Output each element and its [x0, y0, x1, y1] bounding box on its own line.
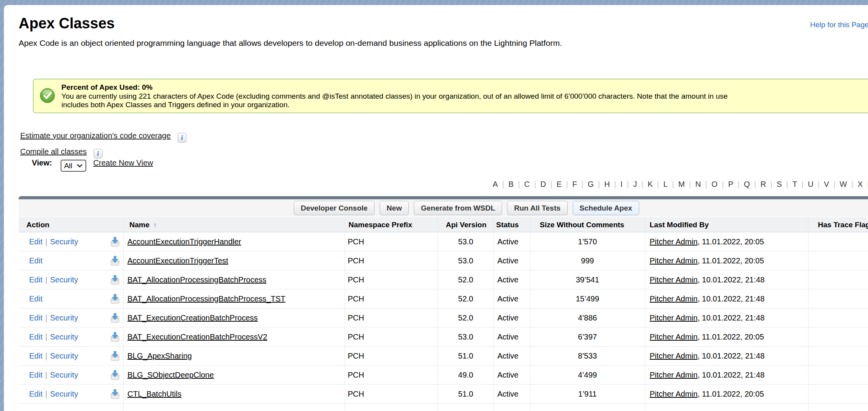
class-name-link[interactable]: CTL_BatchUtils: [127, 385, 181, 404]
modified-by-link[interactable]: Pitcher Admin: [650, 333, 697, 341]
row-actions: Edit: [29, 289, 42, 308]
header-api-version[interactable]: Api Version: [423, 217, 486, 232]
namespace-cell: PCH: [348, 308, 364, 327]
modified-by-link[interactable]: Pitcher Admin: [650, 390, 697, 398]
row-actions: Edit|Security: [29, 308, 78, 327]
download-icon[interactable]: [110, 275, 120, 285]
modified-by-link[interactable]: Pitcher Admin: [650, 237, 697, 246]
header-action[interactable]: Action: [26, 217, 49, 232]
alpha-link[interactable]: A: [490, 180, 500, 189]
modified-by-link[interactable]: Pitcher Admin: [650, 275, 697, 284]
header-last-modified-by[interactable]: Last Modified By: [650, 217, 709, 232]
edit-link[interactable]: Edit: [29, 313, 42, 322]
edit-link[interactable]: Edit: [29, 390, 42, 398]
alpha-link[interactable]: W: [837, 180, 849, 189]
alpha-link[interactable]: S: [774, 180, 784, 189]
edit-link[interactable]: Edit: [29, 294, 42, 303]
namespace-cell: PCH: [348, 327, 364, 347]
alpha-link[interactable]: K: [645, 180, 655, 189]
edit-link[interactable]: Edit: [29, 371, 42, 379]
security-link[interactable]: Security: [50, 371, 78, 379]
alpha-link[interactable]: T: [790, 180, 799, 189]
download-icon[interactable]: [110, 332, 120, 342]
download-icon[interactable]: [110, 237, 120, 247]
download-icon[interactable]: [110, 370, 120, 380]
modified-cell: Pitcher Admin, 11.01.2022, 20:05: [650, 385, 764, 404]
class-name-link[interactable]: AccountExecutionTriggerTest: [127, 251, 228, 270]
alpha-link[interactable]: Q: [741, 180, 752, 189]
info-icon[interactable]: i: [94, 149, 103, 158]
class-name-link[interactable]: BAT_AllocationProcessingBatchProcess: [127, 270, 267, 289]
run-all-tests-button[interactable]: Run All Tests: [507, 201, 567, 215]
header-namespace-prefix[interactable]: Namespace Prefix: [349, 217, 412, 232]
new-button[interactable]: New: [380, 201, 409, 215]
alpha-link[interactable]: H: [602, 180, 612, 189]
alpha-link[interactable]: M: [676, 180, 687, 189]
security-link[interactable]: Security: [50, 333, 78, 341]
download-icon[interactable]: [110, 294, 120, 304]
alpha-link[interactable]: D: [538, 180, 548, 189]
edit-link[interactable]: Edit: [29, 256, 42, 265]
alpha-link[interactable]: R: [758, 180, 768, 189]
download-icon[interactable]: [110, 351, 120, 361]
modified-by-link[interactable]: Pitcher Admin: [650, 313, 697, 322]
download-icon[interactable]: [110, 389, 120, 399]
alpha-link[interactable]: B: [506, 180, 516, 189]
class-name-link[interactable]: BAT_AllocationProcessingBatchProcess_TST: [127, 289, 285, 308]
security-link[interactable]: Security: [50, 275, 78, 284]
info-icon[interactable]: i: [178, 133, 186, 143]
modified-by-link[interactable]: Pitcher Admin: [650, 294, 697, 303]
alpha-link[interactable]: L: [661, 180, 670, 189]
edit-link[interactable]: Edit: [29, 275, 42, 284]
modified-by-link[interactable]: Pitcher Admin: [650, 256, 697, 265]
download-icon[interactable]: [110, 256, 120, 266]
edit-link[interactable]: Edit: [29, 237, 42, 246]
alpha-link[interactable]: F: [570, 180, 579, 189]
alpha-link[interactable]: O: [709, 180, 720, 189]
edit-link[interactable]: Edit: [29, 352, 42, 360]
modified-by-link[interactable]: Pitcher Admin: [650, 352, 697, 360]
header-status[interactable]: Status: [496, 217, 519, 232]
green-check-icon: [40, 88, 55, 103]
alpha-link[interactable]: N: [693, 180, 703, 189]
alpha-link[interactable]: V: [822, 180, 831, 189]
help-link[interactable]: Help for this Page: [810, 21, 868, 29]
alpha-link[interactable]: I: [618, 180, 625, 189]
compile-classes-link[interactable]: Compile all classes: [20, 147, 87, 156]
modified-cell: Pitcher Admin, 10.01.2022, 21:48: [650, 308, 765, 327]
developer-console-button[interactable]: Developer Console: [294, 201, 375, 215]
alpha-link[interactable]: C: [522, 180, 532, 189]
modified-by-link[interactable]: Pitcher Admin: [650, 371, 697, 379]
class-name-link[interactable]: AccountExecutionTriggerHandler: [127, 232, 241, 251]
view-select-value: All: [64, 162, 72, 170]
view-select[interactable]: All: [61, 160, 86, 172]
header-size-without-comments[interactable]: Size Without Comments: [524, 217, 640, 232]
download-icon[interactable]: [110, 313, 120, 323]
create-new-view-link[interactable]: Create New View: [93, 158, 153, 167]
alpha-link[interactable]: J: [631, 180, 640, 189]
class-name-link[interactable]: BLG_SObjectDeepClone: [127, 366, 214, 385]
schedule-apex-button[interactable]: Schedule Apex: [573, 201, 640, 215]
alpha-link[interactable]: X: [855, 180, 865, 189]
security-link[interactable]: Security: [50, 390, 78, 398]
table-row: Edit AccountExecutionTriggerTest PCH 53.…: [19, 251, 868, 270]
estimate-coverage-link[interactable]: Estimate your organization's code covera…: [20, 131, 171, 140]
class-name-link[interactable]: BAT_ExecutionCreationBatchProcess: [127, 308, 258, 327]
class-name-link[interactable]: BAT_ExecutionCreationBatchProcessV2: [127, 327, 267, 347]
header-has-trace-flag[interactable]: Has Trace Flag: [818, 217, 868, 232]
class-name-link[interactable]: BLG_ApexSharing: [127, 347, 192, 366]
security-link[interactable]: Security: [50, 313, 78, 322]
security-link[interactable]: Security: [50, 352, 78, 360]
security-link[interactable]: Security: [50, 237, 78, 246]
alpha-link[interactable]: U: [805, 180, 816, 189]
row-actions: Edit|Security: [29, 366, 78, 385]
alpha-link[interactable]: E: [554, 180, 564, 189]
generate-from-wsdl-button[interactable]: Generate from WSDL: [414, 201, 502, 215]
edit-link[interactable]: Edit: [29, 333, 42, 341]
api-version-cell: 53.0: [423, 327, 473, 347]
table-row: Edit BAT_AllocationProcessingBatchProces…: [19, 289, 868, 308]
table-row: Edit|Security AccountExecutionTriggerHan…: [19, 232, 868, 251]
header-name[interactable]: Name↑: [129, 217, 157, 233]
alpha-link[interactable]: P: [726, 180, 736, 189]
alpha-link[interactable]: G: [585, 180, 596, 189]
